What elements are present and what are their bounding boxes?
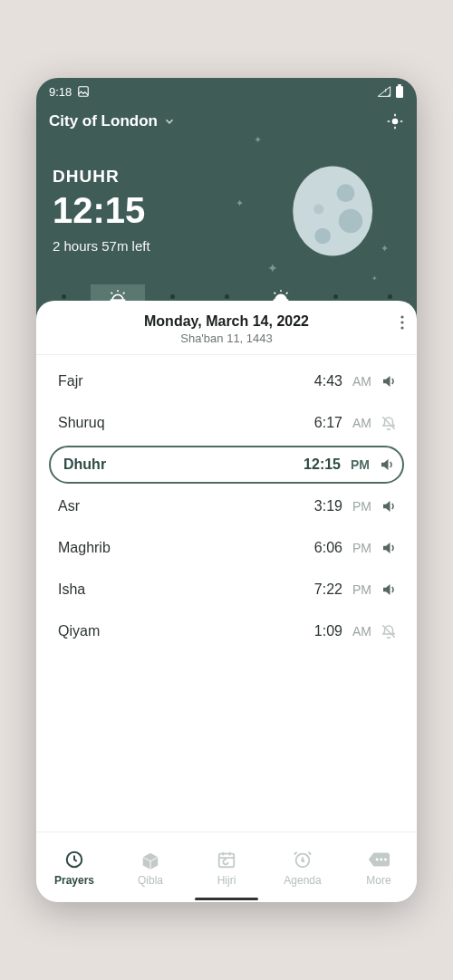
kaaba-icon (140, 850, 160, 870)
prayer-time: 3:19 (297, 498, 342, 514)
clock-icon (64, 850, 84, 870)
svg-point-6 (337, 184, 355, 202)
prayer-ampm: AM (342, 416, 373, 430)
sound-off-icon (381, 415, 397, 431)
sound-toggle[interactable] (373, 498, 404, 514)
hijri-date: Sha'ban 11, 1443 (51, 331, 402, 345)
chevron-down-icon (163, 115, 176, 128)
svg-point-9 (313, 204, 323, 214)
nav-label: More (366, 874, 390, 887)
more-tag-icon (367, 850, 390, 869)
sound-on-icon (379, 456, 395, 473)
moon-icon (281, 161, 381, 261)
prayer-row-shuruq[interactable]: Shuruq6:17AM (49, 402, 404, 444)
crosshair-icon (386, 112, 404, 130)
nav-qibla[interactable]: Qibla (121, 849, 179, 887)
svg-line-16 (275, 293, 276, 294)
status-time: 9:18 (49, 85, 72, 99)
svg-rect-2 (396, 86, 403, 98)
more-options-button[interactable] (400, 315, 404, 330)
prayer-ampm: PM (342, 582, 373, 597)
prayer-ampm: PM (342, 499, 373, 514)
top-bar: City of London (36, 105, 417, 134)
prayer-name: Dhuhr (51, 456, 295, 473)
prayer-time: 6:06 (297, 540, 342, 556)
card-header: Monday, March 14, 2022 Sha'ban 11, 1443 (36, 301, 417, 355)
prayer-row-qiyam[interactable]: Qiyam1:09AM (49, 610, 404, 652)
svg-point-19 (400, 321, 403, 323)
svg-rect-3 (398, 84, 401, 86)
svg-point-5 (293, 167, 372, 256)
prayer-name: Asr (49, 498, 297, 514)
prayer-time: 12:15 (295, 456, 341, 473)
nav-more[interactable]: More (350, 849, 408, 887)
sound-on-icon (381, 373, 397, 389)
hero: ✦ ✦ ✦ ✦ ✦ ✦ DHUHR 12:15 2 hours 57m left (36, 134, 417, 284)
nav-label: Hijri (217, 874, 236, 887)
prayer-list: Fajr4:43AMShuruq6:17AMDhuhr12:15PMAsr3:1… (36, 355, 417, 831)
sound-on-icon (381, 498, 397, 514)
svg-point-18 (400, 315, 403, 318)
bottom-nav: Prayers Qibla Hijri (36, 831, 417, 902)
phone-frame: 9:18 ! City of London (36, 78, 417, 902)
sound-off-icon (381, 623, 397, 639)
sound-toggle[interactable] (373, 415, 404, 431)
signal-icon: ! (377, 85, 391, 98)
prayer-row-fajr[interactable]: Fajr4:43AM (49, 360, 404, 402)
prayer-ampm: AM (342, 374, 373, 389)
svg-point-32 (380, 858, 382, 860)
prayer-row-asr[interactable]: Asr3:19PM (49, 485, 404, 527)
prayer-name: Qiyam (49, 623, 297, 639)
svg-line-12 (111, 293, 113, 294)
svg-point-20 (400, 326, 403, 329)
prayer-row-isha[interactable]: Isha7:22PM (49, 569, 404, 610)
gregorian-date: Monday, March 14, 2022 (51, 313, 402, 330)
prayer-time: 6:17 (297, 415, 342, 431)
status-left: 9:18 (49, 85, 90, 99)
prayer-time: 7:22 (297, 581, 342, 598)
alarm-icon (293, 850, 313, 870)
svg-text:!: ! (385, 88, 387, 93)
svg-point-8 (314, 228, 331, 245)
nav-label: Agenda (284, 874, 321, 887)
prayer-row-maghrib[interactable]: Maghrib6:06PM (49, 527, 404, 569)
sound-toggle[interactable] (373, 540, 404, 556)
svg-point-33 (384, 858, 387, 860)
nav-hijri[interactable]: Hijri (198, 849, 255, 887)
prayer-name: Isha (49, 581, 297, 598)
svg-point-7 (339, 209, 362, 233)
prayer-ampm: PM (342, 541, 373, 555)
sound-toggle[interactable] (373, 581, 404, 598)
battery-icon (395, 84, 404, 99)
prayer-row-dhuhr[interactable]: Dhuhr12:15PM (49, 446, 404, 484)
sound-toggle[interactable] (373, 623, 404, 639)
svg-line-13 (123, 293, 125, 294)
sound-toggle[interactable] (371, 456, 402, 473)
svg-point-4 (392, 119, 399, 125)
nav-label: Prayers (54, 874, 94, 887)
sound-toggle[interactable] (373, 373, 404, 389)
prayer-time: 1:09 (297, 623, 342, 639)
location-selector[interactable]: City of London (49, 112, 176, 130)
sound-on-icon (381, 581, 397, 598)
picture-icon (77, 85, 90, 98)
svg-rect-0 (79, 87, 89, 97)
location-name: City of London (49, 112, 158, 130)
nav-label: Qibla (138, 874, 163, 887)
nav-agenda[interactable]: Agenda (274, 849, 332, 887)
status-bar: 9:18 ! (36, 78, 417, 105)
prayer-time: 4:43 (297, 373, 342, 389)
calendar-icon (217, 850, 236, 870)
svg-line-17 (286, 293, 288, 294)
prayer-ampm: PM (341, 457, 371, 472)
svg-point-31 (376, 858, 379, 860)
status-right: ! (377, 84, 404, 99)
home-indicator (195, 898, 258, 900)
prayer-name: Shuruq (49, 415, 297, 431)
nav-prayers[interactable]: Prayers (45, 849, 103, 887)
prayer-card: Monday, March 14, 2022 Sha'ban 11, 1443 … (36, 301, 417, 902)
gps-button[interactable] (386, 112, 404, 130)
kebab-icon (400, 315, 404, 330)
prayer-name: Fajr (49, 373, 297, 389)
prayer-ampm: AM (342, 624, 373, 639)
